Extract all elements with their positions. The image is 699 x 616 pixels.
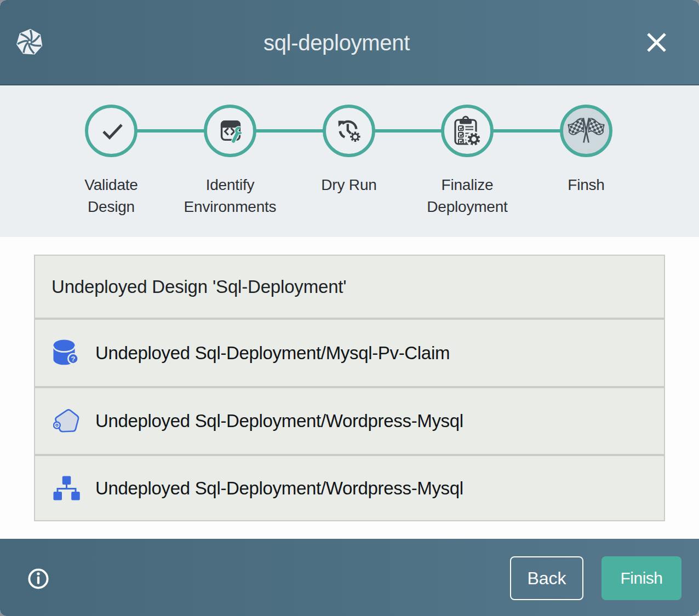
svg-text:?: ? — [71, 354, 76, 362]
